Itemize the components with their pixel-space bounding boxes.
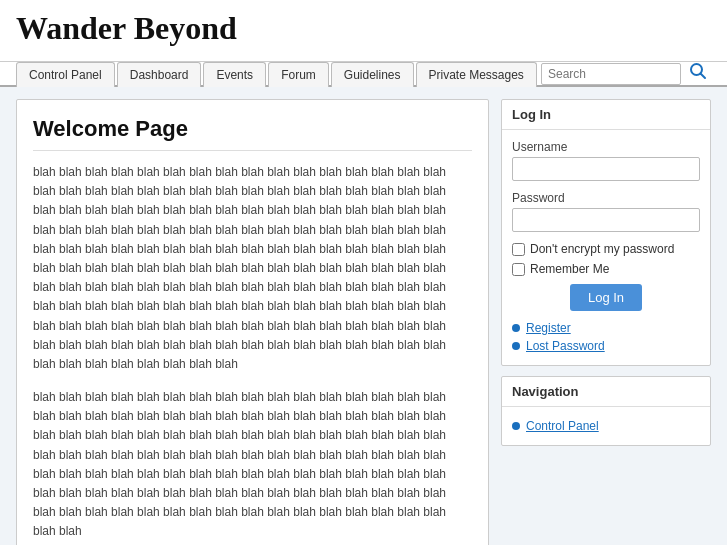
nav-tab-dashboard[interactable]: Dashboard <box>117 62 202 87</box>
username-input[interactable] <box>512 157 700 181</box>
nav-control-panel-label: Control Panel <box>526 419 599 433</box>
nav-control-panel-link[interactable]: Control Panel <box>512 417 700 435</box>
register-bullet <box>512 324 520 332</box>
content-area: Welcome Page blah blah blah blah blah bl… <box>16 99 489 545</box>
navbar: Control Panel Dashboard Events Forum Gui… <box>0 62 727 87</box>
dont-encrypt-checkbox[interactable] <box>512 243 525 256</box>
svg-line-1 <box>701 74 706 79</box>
page-title: Welcome Page <box>33 116 472 151</box>
lost-password-link[interactable]: Lost Password <box>512 337 700 355</box>
dont-encrypt-row: Don't encrypt my password <box>512 242 700 256</box>
navigation-box: Navigation Control Panel <box>501 376 711 446</box>
search-input[interactable] <box>541 63 681 85</box>
register-link-label: Register <box>526 321 571 335</box>
dont-encrypt-label: Don't encrypt my password <box>530 242 674 256</box>
remember-me-row: Remember Me <box>512 262 700 276</box>
nav-tab-events[interactable]: Events <box>203 62 266 87</box>
nav-tab-control-panel[interactable]: Control Panel <box>16 62 115 87</box>
search-button[interactable] <box>685 62 711 85</box>
nav-tab-forum[interactable]: Forum <box>268 62 329 87</box>
sidebar: Log In Username Password Don't encrypt m… <box>501 99 711 545</box>
register-link[interactable]: Register <box>512 319 700 337</box>
nav-tab-private-messages[interactable]: Private Messages <box>416 62 537 87</box>
content-paragraph-2: blah blah blah blah blah blah blah blah … <box>33 388 472 542</box>
username-label: Username <box>512 140 700 154</box>
nav-control-panel-bullet <box>512 422 520 430</box>
content-paragraph-1: blah blah blah blah blah blah blah blah … <box>33 163 472 374</box>
remember-me-label: Remember Me <box>530 262 609 276</box>
nav-tab-guidelines[interactable]: Guidelines <box>331 62 414 87</box>
password-label: Password <box>512 191 700 205</box>
login-box-title: Log In <box>502 100 710 130</box>
lost-password-link-label: Lost Password <box>526 339 605 353</box>
search-area <box>541 62 711 85</box>
login-button[interactable]: Log In <box>570 284 642 311</box>
login-box: Log In Username Password Don't encrypt m… <box>501 99 711 366</box>
navigation-box-title: Navigation <box>502 377 710 407</box>
site-title: Wander Beyond <box>16 10 711 47</box>
lost-password-bullet <box>512 342 520 350</box>
remember-me-checkbox[interactable] <box>512 263 525 276</box>
password-input[interactable] <box>512 208 700 232</box>
